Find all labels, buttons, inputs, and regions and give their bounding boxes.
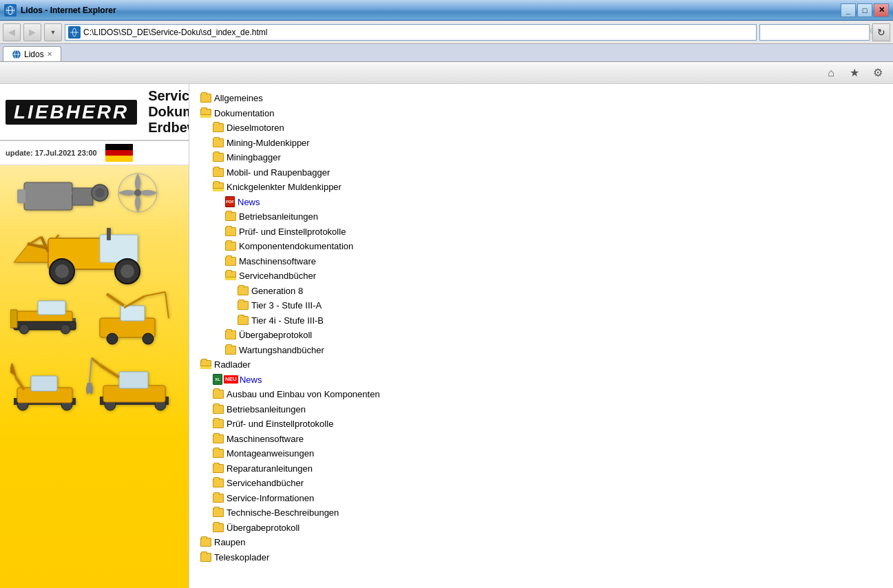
tree-link-news-knick[interactable]: News: [238, 196, 260, 209]
machine-illustrations: [0, 165, 189, 426]
tree-label-radlader: Radlader: [214, 358, 251, 372]
tree-item-tier4i[interactable]: Tier 4i - Stufe III-B: [200, 313, 882, 328]
tree-item-wartung1[interactable]: Wartungshandbücher: [200, 343, 882, 358]
maximize-button[interactable]: □: [857, 3, 872, 17]
svg-rect-27: [107, 228, 111, 240]
tree-item-teleskoplader[interactable]: Teleskoplader: [200, 550, 882, 565]
tree-item-gen8[interactable]: Generation 8: [200, 284, 882, 299]
tree-label-allgemeines: Allgemeines: [214, 92, 263, 105]
recent-button[interactable]: ▼: [44, 23, 62, 41]
folder-icon: [213, 419, 224, 428]
tree-label-raupen: Raupen: [214, 536, 246, 549]
tree-item-reparatur[interactable]: Reparaturanleitungen: [200, 461, 882, 476]
tree-item-mining-muldenkipper[interactable]: Mining-Muldenkipper: [200, 136, 882, 151]
home-button[interactable]: ⌂: [821, 64, 841, 82]
svg-point-22: [55, 264, 69, 278]
minimize-button[interactable]: _: [841, 3, 856, 17]
browser-toolbar: ⌂ ★ ⚙: [0, 62, 893, 84]
tree-item-maschinensoft2[interactable]: Maschinensoftware: [200, 432, 882, 447]
search-input[interactable]: [760, 25, 869, 40]
tree-item-mobil-raupenbagger[interactable]: Mobil- und Raupenbagger: [200, 165, 882, 180]
folder-icon: [225, 242, 236, 251]
tree-link-news-radlader[interactable]: News: [240, 373, 262, 387]
tree-item-pruef2[interactable]: Prüf- und Einstellprotokolle: [200, 417, 882, 432]
folder-icon: [213, 405, 224, 414]
tree-item-serviceinfo[interactable]: Service-Informationen: [200, 491, 882, 506]
refresh-button[interactable]: ↻: [872, 23, 890, 41]
tree-label-pruef1: Prüf- und Einstellprotokolle: [239, 225, 346, 239]
tree-label-pruef2: Prüf- und Einstellprotokolle: [227, 417, 333, 431]
update-row: update: 17.Jul.2021 23:00: [0, 141, 189, 165]
close-button[interactable]: ✕: [874, 3, 889, 17]
machine-row-2: [3, 224, 185, 286]
tree-item-dokumentation[interactable]: Dokumentation: [200, 106, 882, 121]
address-field[interactable]: C:\LIDOS\SD_DE\Service-Doku\sd_index_de.…: [65, 24, 757, 41]
tree-item-ausbau[interactable]: Ausbau und Einbau von Komponenten: [200, 387, 882, 402]
tree-item-news-knick[interactable]: PDFNews: [200, 195, 882, 210]
address-bar: ◀ ▶ ▼ C:\LIDOS\SD_DE\Service-Doku\sd_ind…: [0, 21, 893, 44]
machine-row-1: [3, 169, 185, 220]
tree-item-raupen[interactable]: Raupen: [200, 535, 882, 550]
tree-label-reparatur: Reparaturanleitungen: [227, 462, 313, 476]
svg-point-32: [19, 324, 29, 334]
folder-icon: [213, 434, 224, 443]
tree-label-betrieb1: Betriebsanleitungen: [239, 210, 318, 224]
svg-point-24: [120, 264, 134, 278]
folder-icon: [238, 301, 249, 310]
search-box[interactable]: 🔍 ▼: [759, 24, 870, 41]
right-panel[interactable]: AllgemeinesDokumentationDieselmotorenMin…: [189, 84, 893, 588]
tree-item-montage[interactable]: Montageanweisungen: [200, 446, 882, 461]
folder-icon: [200, 538, 211, 547]
tree-label-mobil-raupenbagger: Mobil- und Raupenbagger: [227, 166, 330, 180]
svg-line-42: [165, 292, 169, 318]
svg-rect-34: [10, 310, 17, 328]
back-button[interactable]: ◀: [3, 23, 21, 41]
folder-icon: [213, 494, 224, 503]
tree-label-montage: Montageanweisungen: [227, 447, 314, 461]
tree-item-ueberg1[interactable]: Übergabeprotokoll: [200, 328, 882, 343]
tree-item-news-radlader[interactable]: XLNEUNews: [200, 372, 882, 388]
tree-item-komponent1[interactable]: Komponentendokumentation: [200, 239, 882, 254]
tree-item-maschinensoft1[interactable]: Maschinensoftware: [200, 254, 882, 269]
favorites-button[interactable]: ★: [845, 64, 864, 82]
tree-item-betrieb2[interactable]: Betriebsanleitungen: [200, 402, 882, 417]
tree-item-ueberg2[interactable]: Übergabeprotokoll: [200, 521, 882, 536]
tree-item-miningbagger[interactable]: Miningbagger: [200, 150, 882, 165]
main-container: LIEBHERR Service Dokumentation Erdbewegu…: [0, 84, 893, 588]
folder-icon: [213, 390, 224, 399]
svg-point-14: [134, 189, 141, 196]
folder-icon: [213, 153, 224, 162]
tab-close-button[interactable]: ✕: [47, 50, 52, 58]
update-text: update: 17.Jul.2021 23:00: [6, 149, 97, 157]
tree-label-dokumentation: Dokumentation: [214, 107, 274, 120]
tree-label-tier4i: Tier 4i - Stufe III-B: [251, 314, 324, 328]
tree-item-tier3[interactable]: Tier 3 - Stufe III-A: [200, 298, 882, 313]
tree-item-betrieb1[interactable]: Betriebsanleitungen: [200, 209, 882, 224]
ie-icon: [4, 4, 17, 17]
tree-label-miningbagger: Miningbagger: [227, 151, 281, 165]
settings-button[interactable]: ⚙: [868, 64, 887, 82]
tree-label-serviceinfo: Service-Informationen: [227, 492, 314, 505]
forward-button[interactable]: ▶: [23, 23, 41, 41]
tree-item-dieselmotoren[interactable]: Dieselmotoren: [200, 120, 882, 136]
tree-item-pruef1[interactable]: Prüf- und Einstellprotokolle: [200, 224, 882, 240]
tree-item-allgemeines[interactable]: Allgemeines: [200, 91, 882, 106]
tree-item-radlader[interactable]: Radlader: [200, 357, 882, 372]
svg-rect-16: [17, 189, 25, 203]
svg-rect-9: [24, 182, 72, 210]
window-controls: _ □ ✕: [841, 3, 889, 17]
tree-item-techdesc[interactable]: Technische-Beschreibungen: [200, 505, 882, 521]
tree-label-betrieb2: Betriebsanleitungen: [227, 403, 306, 417]
lidos-tab[interactable]: Lidos ✕: [3, 46, 61, 61]
folder-icon: [213, 464, 224, 473]
tree-item-servicehandb1[interactable]: Servicehandbücher: [200, 269, 882, 284]
svg-point-33: [61, 324, 70, 334]
tree-item-servicehandb2[interactable]: Servicehandbücher: [200, 476, 882, 491]
tree-label-komponent1: Komponentendokumentation: [239, 240, 353, 253]
svg-line-57: [90, 358, 92, 383]
folder-icon: [213, 168, 224, 177]
folder-open-icon: [200, 109, 211, 118]
machine-row-4: [3, 357, 185, 422]
tree-item-knickgelenkter[interactable]: Knickgelenkter Muldenkipper: [200, 180, 882, 195]
folder-open-icon: [213, 182, 224, 191]
